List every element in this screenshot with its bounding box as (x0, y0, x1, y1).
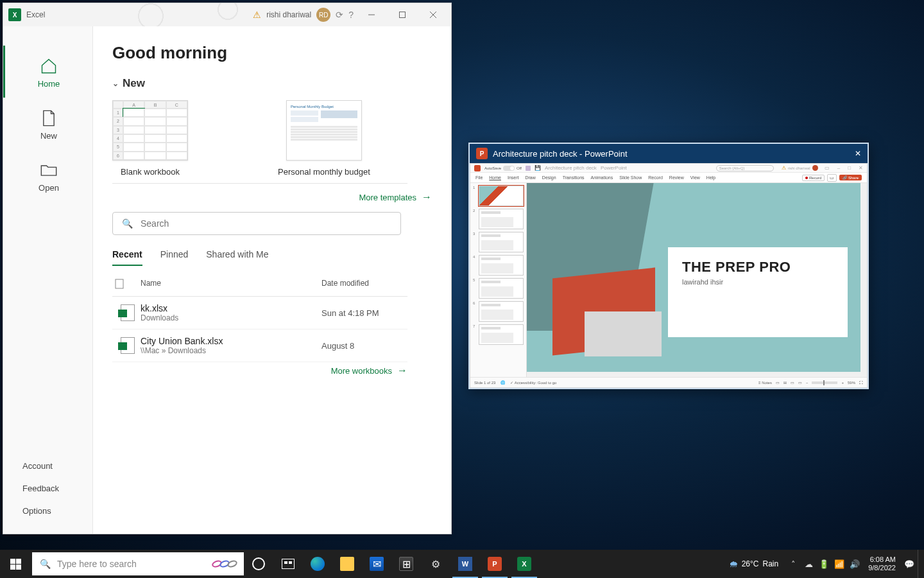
peek-close-button[interactable]: ✕ (855, 149, 861, 158)
sync-icon[interactable]: ⟳ (336, 10, 343, 20)
weather-widget[interactable]: 🌧 26°C Rain (723, 559, 785, 569)
present-dropdown-icon[interactable]: ▭ (827, 174, 837, 182)
taskbar-explorer[interactable] (332, 550, 362, 578)
ppt-search[interactable]: Search (Alt+Q) (716, 165, 774, 171)
powerpoint-peek-preview[interactable]: P Architecture pitch deck - PowerPoint ✕… (468, 143, 869, 389)
taskbar-clock[interactable]: 6:08 AM 9/8/2022 (863, 556, 901, 572)
slide-thumb-2[interactable] (479, 209, 524, 229)
ppt-min[interactable]: – (837, 165, 840, 171)
slide-thumbnail-panel[interactable]: 1 2 3 4 5 6 7 (470, 183, 527, 377)
ribbon-mode-icon[interactable]: ▭ (825, 165, 830, 171)
taskbar-search[interactable]: 🔍 Type here to search (32, 552, 244, 575)
ppt-close[interactable]: ✕ (859, 165, 863, 171)
zoom-in-icon[interactable]: + (841, 381, 844, 385)
ribbon-tab-draw[interactable]: Draw (525, 175, 535, 180)
show-desktop-button[interactable] (918, 550, 921, 578)
ribbon-tab-insert[interactable]: Insert (508, 175, 519, 180)
help-icon[interactable]: ? (348, 10, 354, 20)
canvas-hscrollbar[interactable] (527, 372, 867, 377)
more-templates-link[interactable]: More templates→ (112, 191, 432, 203)
search-input[interactable] (141, 218, 391, 229)
accessibility-status[interactable]: ✓ Accessibility: Good to go (510, 380, 556, 385)
ppt-user[interactable]: rishi dhariwal (788, 166, 810, 170)
qat-save-icon[interactable]: 💾 (535, 165, 541, 171)
slide-title-textbox[interactable]: THE PREP PRO lawirahd ihsir (668, 247, 848, 337)
zoom-slider[interactable] (812, 381, 837, 384)
tab-shared[interactable]: Shared with Me (206, 249, 268, 266)
start-button[interactable] (0, 550, 31, 578)
template-personal-budget[interactable]: Personal Monthly Budget Personal monthly… (278, 100, 370, 177)
slide-thumb-7[interactable] (479, 324, 524, 345)
ribbon-tab-view[interactable]: View (690, 175, 700, 180)
template-blank-workbook[interactable]: ABC 1 2 3 4 5 6 Blank workbook (112, 100, 188, 177)
ribbon-tab-home[interactable]: Home (489, 175, 501, 180)
slide-counter[interactable]: Slide 1 of 23 (474, 381, 495, 385)
action-center[interactable]: 💬 (902, 550, 916, 578)
tray-network[interactable]: 📶 (832, 550, 846, 578)
slide-thumb-3[interactable] (479, 232, 524, 252)
close-button[interactable] (420, 6, 446, 24)
slide-thumb-5[interactable] (479, 278, 524, 299)
tray-overflow[interactable]: ˄ (786, 550, 800, 578)
cortana-button[interactable] (244, 550, 273, 578)
maximize-button[interactable] (389, 6, 415, 24)
ribbon-tab-review[interactable]: Review (669, 175, 684, 180)
tray-onedrive[interactable]: ☁ (801, 550, 816, 578)
tray-battery[interactable]: 🔋 (817, 550, 831, 578)
ppt-avatar[interactable] (812, 165, 818, 171)
ribbon-tab-help[interactable]: Help (706, 175, 715, 180)
zoom-percent[interactable]: 59% (848, 381, 855, 385)
ribbon-tab-record[interactable]: Record (648, 175, 663, 180)
qat-icon[interactable] (526, 166, 531, 171)
task-view-button[interactable] (273, 550, 303, 578)
ribbon-tab-animations[interactable]: Animations (591, 175, 613, 180)
sidebar-item-open[interactable]: Open (3, 150, 92, 202)
tray-volume[interactable]: 🔊 (848, 550, 862, 578)
ppt-max[interactable]: □ (848, 165, 851, 171)
slide-thumb-6[interactable] (479, 301, 524, 322)
fit-window-icon[interactable]: ⛶ (859, 381, 863, 385)
taskbar-word[interactable]: W (450, 550, 480, 578)
share-button[interactable]: 🔗 Share (839, 175, 862, 180)
minimize-button[interactable] (359, 6, 384, 24)
taskbar-excel[interactable]: X (509, 550, 539, 578)
autosave-toggle[interactable]: AutoSave Off (484, 166, 522, 171)
search-box[interactable]: 🔍 (112, 212, 401, 235)
lang-icon[interactable]: 🌐 (501, 380, 505, 385)
file-row[interactable]: kk.xlsx Downloads Sun at 4:18 PM (112, 297, 407, 329)
tab-pinned[interactable]: Pinned (160, 249, 189, 266)
ribbon-tab-slideshow[interactable]: Slide Show (619, 175, 642, 180)
slide-canvas[interactable]: THE PREP PRO lawirahd ihsir (527, 183, 867, 377)
taskbar-powerpoint[interactable]: P (480, 550, 509, 578)
taskbar-store[interactable]: ⊞ (391, 550, 421, 578)
col-header-name[interactable]: Name (141, 279, 321, 291)
user-avatar[interactable]: RD (316, 8, 330, 22)
zoom-out-icon[interactable]: − (806, 381, 809, 385)
taskbar-mail[interactable]: ✉ (362, 550, 391, 578)
sidebar-item-options[interactable]: Options (3, 500, 92, 522)
canvas-vscrollbar[interactable] (860, 183, 867, 377)
tab-recent[interactable]: Recent (112, 249, 142, 266)
col-header-date[interactable]: Date modified (321, 279, 405, 291)
warning-icon[interactable]: ⚠ (253, 10, 261, 20)
view-slideshow-icon[interactable]: ▭ (798, 380, 802, 385)
section-header-new[interactable]: ⌄ New (112, 77, 432, 90)
taskbar-settings[interactable]: ⚙ (421, 550, 450, 578)
ribbon-tab-transitions[interactable]: Transitions (563, 175, 585, 180)
view-normal-icon[interactable]: ▭ (776, 380, 780, 385)
more-workbooks-link[interactable]: More workbooks→ (112, 365, 407, 376)
ribbon-tab-design[interactable]: Design (542, 175, 556, 180)
user-name[interactable]: rishi dhariwal (266, 10, 311, 19)
excel-titlebar[interactable]: X Excel ⚠ rishi dhariwal RD ⟳ ? (3, 3, 451, 26)
sidebar-item-home[interactable]: Home (3, 46, 92, 98)
view-reading-icon[interactable]: ▭ (791, 380, 794, 385)
slide-thumb-4[interactable] (479, 255, 524, 276)
taskbar-edge[interactable] (303, 550, 332, 578)
ribbon-tab-file[interactable]: File (475, 175, 483, 180)
view-sorter-icon[interactable]: ⊞ (783, 380, 787, 385)
sidebar-item-feedback[interactable]: Feedback (3, 477, 92, 500)
notes-button[interactable]: ≡ Notes (758, 381, 772, 385)
sidebar-item-new[interactable]: New (3, 98, 92, 150)
slide-thumb-1[interactable] (479, 186, 524, 206)
record-button[interactable]: Record (802, 175, 825, 181)
